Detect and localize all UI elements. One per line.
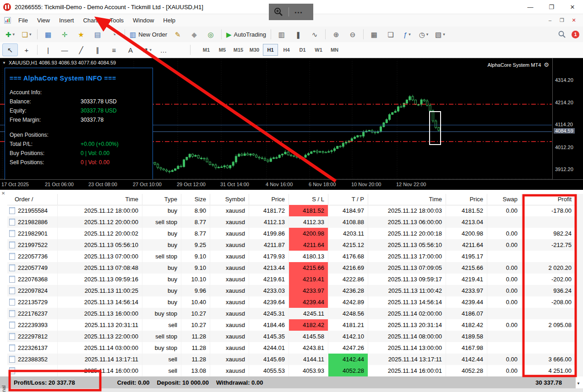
web-button[interactable]: ◎ [203,28,218,41]
channel-button[interactable]: ∥ [90,43,105,56]
bar-chart-button[interactable]: ▥ [274,28,289,41]
terminal-button[interactable]: ▤ [90,28,105,41]
tile-windows-button[interactable]: ▦ [366,28,382,41]
navigator-button[interactable]: ★ [73,28,89,41]
terminal-tab[interactable]: Terminal [1,385,6,392]
child-minimize-button[interactable]: – [545,16,556,25]
table-row[interactable]: 2223883522025.11.14 13:17:11sell11.28xau… [7,354,576,365]
table-row[interactable]: 2220978242025.11.13 11:00:25buy9.96xauus… [7,285,576,296]
script-button[interactable]: ◆ [186,28,202,41]
column-header-size[interactable]: Size [181,194,210,205]
table-row[interactable]: 2223261372025.11.14 03:00:00buy stop11.2… [7,342,576,354]
new-order-button[interactable]: ▥New Order [128,28,169,41]
templates-button[interactable]: ▧▾ [432,28,448,41]
chart-panel[interactable]: ▼ XAUUSD,H1 4086.93 4086.93 4077.60 4084… [0,58,583,179]
table-row[interactable]: 2222978122025.11.13 22:00:00sell stop11.… [7,331,576,342]
timeframe-m30[interactable]: M30 [247,44,262,56]
notification-badge[interactable]: 1 [572,31,579,38]
strategy-tester-button[interactable]: ◔ [106,28,122,41]
table-row[interactable]: 2221762372025.11.13 16:00:00buy stop10.2… [7,308,576,319]
crosshair-button[interactable]: + [19,43,34,56]
hline-icon: — [61,47,68,54]
column-header-type[interactable]: Type [142,194,181,205]
zoom-in-button[interactable]: ⊕ [328,28,344,41]
text-icon: A [128,47,133,54]
date-axis[interactable]: 17 Oct 202521 Oct 06:0023 Oct 08:0027 Oc… [0,179,583,190]
timeframe-m15[interactable]: M15 [231,44,246,56]
main-toolbar: ✚▾❏▾▦✛★▤◔▥New Order✎◆◎▶AutoTrading▥❚∿⊕⊖▦… [0,27,583,43]
timeframe-h4[interactable]: H4 [279,44,294,56]
close-button[interactable]: ✕ [562,0,583,14]
column-header-price[interactable]: Price [249,194,289,205]
maximize-button[interactable]: ❐ [541,0,562,14]
menu-file[interactable]: File [14,17,33,24]
indicators-button[interactable]: ƒ▾ [399,28,415,41]
table-row[interactable]: 2220763682025.11.13 09:59:16buy10.10xauu… [7,274,576,285]
cursor-button[interactable]: ↖ [2,43,18,56]
scroll-down-icon[interactable]: ▼ [575,380,582,387]
autotrading-button[interactable]: ▶AutoTrading [224,28,268,41]
table-row[interactable]: 2219975222025.11.13 05:56:10buy9.25xauus… [7,239,576,251]
timeframe-mn[interactable]: MN [327,44,342,56]
arrows-button[interactable]: ↗▾ [139,43,155,56]
menu-tools[interactable]: Tools [105,17,128,24]
column-header-s-l[interactable]: S / L [289,194,328,205]
price-axis[interactable]: 4314.204214.204114.204084.594012.203912.… [552,58,583,179]
menu-charts[interactable]: Charts [78,17,105,24]
timeframe-w1[interactable]: W1 [311,44,326,56]
fibonacci-button[interactable]: ≡ [106,43,122,56]
trendline-button[interactable]: ╱ [73,43,89,56]
minimize-button[interactable]: — [520,0,541,14]
child-restore-button[interactable]: ❐ [556,16,567,25]
periods-button[interactable]: ◷▾ [416,28,431,41]
table-row[interactable]: 2222393932025.11.13 20:31:11sell10.27xau… [7,319,576,331]
table-row[interactable]: 2220577492025.11.13 07:08:48buy9.10xauus… [7,262,576,274]
column-header-symbol[interactable]: Symbol [210,194,249,205]
text-button[interactable]: A [123,43,138,56]
column-header-t-p[interactable]: T / P [328,194,368,205]
table-row[interactable]: 2219555842025.11.12 18:00:00buy8.90xauus… [7,205,576,216]
cascade-button[interactable]: ❏ [383,28,398,41]
new-chart-button[interactable]: ✚▾ [2,28,18,41]
table-row[interactable]: 2220577362025.11.13 07:00:00sell stop9.1… [7,251,576,262]
line-chart-button[interactable]: ∿ [307,28,322,41]
terminal-scrollbar[interactable] [576,194,583,376]
column-header-order-[interactable]: Order / [7,194,58,205]
more-options-icon[interactable]: … [294,8,304,13]
channel-icon: ∥ [96,47,99,54]
column-header-profit[interactable]: Profit [522,194,576,205]
data-window-button[interactable]: ✛ [57,28,72,41]
menu-insert[interactable]: Insert [54,17,79,24]
timeframe-m1[interactable]: M1 [199,44,214,56]
cell-close-price: 4213.04 [446,216,487,228]
zoom-out-button[interactable]: ⊖ [345,28,360,41]
ea-settings-gear-icon[interactable]: ⚙ [544,61,549,68]
table-row[interactable]: 2219829012025.11.12 20:00:02buy8.77xauus… [7,228,576,239]
search-icon[interactable] [558,30,566,38]
timeframe-h1[interactable]: H1 [263,44,278,56]
menu-window[interactable]: Window [128,17,158,24]
column-header-time[interactable]: Time [368,194,446,205]
hline-button[interactable]: — [57,43,72,56]
terminal-close-icon[interactable]: ✕ [1,191,5,196]
column-header-time[interactable]: Time [58,194,142,205]
market-watch-button[interactable]: ▦ [40,28,56,41]
menu-view[interactable]: View [33,17,54,24]
vline-button[interactable]: | [40,43,56,56]
table-row[interactable]: 2219828862025.11.12 20:00:00sell stop8.7… [7,216,576,228]
metaeditor-button[interactable]: ✎ [170,28,185,41]
table-row[interactable]: 2025.11.14 16:00:00sell13.08xauusd4055.5… [7,365,576,376]
timeframe-m5[interactable]: M5 [215,44,230,56]
column-header-swap[interactable]: Swap [487,194,522,205]
zoom-tool-icon[interactable] [273,7,283,17]
child-close-button[interactable]: ✕ [568,16,579,25]
collapse-triangle-icon[interactable]: ▼ [2,61,6,65]
table-row[interactable]: 2221357292025.11.13 14:56:14buy10.40xauu… [7,296,576,308]
timeframe-d1[interactable]: D1 [295,44,310,56]
candlestick-button[interactable]: ❚ [290,28,306,41]
menu-help[interactable]: Help [158,17,180,24]
ellipsis-button[interactable]: … [156,43,171,56]
profiles-button[interactable]: ❏▾ [19,28,34,41]
fibonacci-icon: ≡ [112,47,116,54]
column-header-price[interactable]: Price [446,194,487,205]
